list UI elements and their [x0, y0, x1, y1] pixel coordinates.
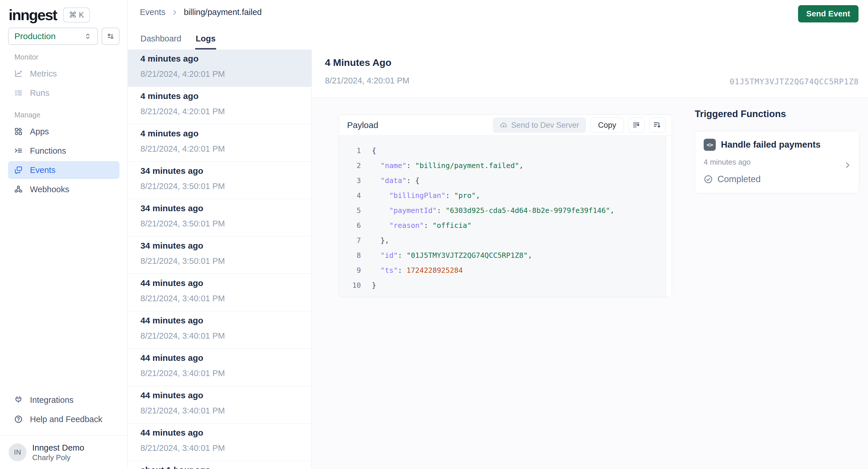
- line-number: 10: [348, 278, 361, 293]
- sidebar-nav: Monitor Metrics Runs Manage: [0, 45, 127, 200]
- events-windows-icon: [14, 165, 23, 175]
- user-info: Inngest Demo Charly Poly: [32, 442, 84, 462]
- code-text: "ts": 1724228925284: [372, 263, 463, 278]
- code-line: 7 },: [348, 233, 660, 248]
- event-list-item[interactable]: 4 minutes ago8/21/2024, 4:20:01 PM: [128, 50, 311, 87]
- code-line: 2 "name": "billing/payment.failed",: [348, 158, 660, 173]
- event-list: 4 minutes ago8/21/2024, 4:20:01 PM4 minu…: [128, 50, 312, 469]
- breadcrumb: Events billing/payment.failed: [140, 7, 262, 17]
- code-text: },: [372, 233, 389, 248]
- event-list-item[interactable]: 34 minutes ago8/21/2024, 3:50:01 PM: [128, 199, 311, 237]
- detail-header: 4 Minutes Ago 8/21/2024, 4:20:01 PM 01J5…: [312, 50, 868, 98]
- triggered-function-card[interactable]: <> Handle failed payments 4 minutes ago: [695, 131, 859, 193]
- main-area: Events billing/payment.failed Dashboard …: [128, 0, 868, 469]
- event-list-item[interactable]: 44 minutes ago8/21/2024, 3:40:01 PM: [128, 424, 311, 461]
- event-relative-time: 44 minutes ago: [141, 428, 311, 438]
- event-relative-time: 4 minutes ago: [141, 54, 311, 64]
- sidebar-item-help[interactable]: Help and Feedback: [8, 410, 119, 428]
- word-wrap-button[interactable]: [628, 118, 645, 133]
- line-number: 1: [348, 143, 361, 158]
- sidebar-item-webhooks[interactable]: Webhooks: [8, 180, 119, 198]
- event-timestamp: 8/21/2024, 4:20:01 PM: [141, 106, 311, 116]
- event-list-item[interactable]: about 1 hour ago: [128, 461, 311, 469]
- function-name-row: <> Handle failed payments: [704, 139, 851, 151]
- code-text: "data": {: [372, 173, 420, 188]
- event-list-item[interactable]: 34 minutes ago8/21/2024, 3:50:01 PM: [128, 162, 311, 199]
- webhooks-nodes-icon: [14, 185, 23, 194]
- copy-button[interactable]: Copy: [590, 118, 624, 133]
- code-line: 3 "data": {: [348, 173, 660, 188]
- code-text: "id": "01J5TMY3VJTZ2QG74QCC5RP1Z8",: [372, 248, 532, 263]
- line-chart-icon: [14, 69, 23, 78]
- sidebar-header: inngest ⌘ K: [0, 0, 127, 24]
- topbar: Events billing/payment.failed Dashboard …: [128, 0, 868, 50]
- event-list-item[interactable]: 4 minutes ago8/21/2024, 4:20:01 PM: [128, 124, 311, 162]
- environment-settings-button[interactable]: [102, 28, 119, 45]
- sidebar-item-runs[interactable]: Runs: [8, 84, 119, 102]
- environment-label: Production: [14, 31, 84, 41]
- function-name: Handle failed payments: [721, 139, 820, 150]
- cloud-download-icon: [500, 121, 508, 129]
- sidebar-item-label: Help and Feedback: [30, 415, 102, 424]
- function-status-label: Completed: [717, 174, 761, 184]
- tab-dashboard[interactable]: Dashboard: [140, 34, 182, 50]
- code-scrollbar-gutter[interactable]: [666, 136, 672, 297]
- send-event-button[interactable]: Send Event: [798, 5, 859, 23]
- event-timestamp: 8/21/2024, 4:20:01 PM: [141, 69, 311, 79]
- event-list-item[interactable]: 44 minutes ago8/21/2024, 3:40:01 PM: [128, 311, 311, 349]
- function-time: 4 minutes ago: [704, 158, 851, 166]
- code-line: 8 "id": "01J5TMY3VJTZ2QG74QCC5RP1Z8",: [348, 248, 660, 263]
- event-list-item[interactable]: 44 minutes ago8/21/2024, 3:40:01 PM: [128, 274, 311, 311]
- event-timestamp: 8/21/2024, 3:40:01 PM: [141, 443, 311, 453]
- line-number: 7: [348, 233, 361, 248]
- sidebar-item-label: Webhooks: [30, 185, 69, 194]
- event-relative-time: 34 minutes ago: [141, 241, 311, 251]
- avatar: IN: [9, 443, 27, 461]
- line-number: 9: [348, 263, 361, 278]
- word-wrap-icon: [632, 121, 641, 129]
- user-menu[interactable]: IN Inngest Demo Charly Poly: [0, 436, 127, 469]
- sidebar-item-label: Events: [30, 165, 56, 175]
- inngest-logo[interactable]: inngest: [9, 6, 57, 24]
- detail-body: Payload Send to Dev Server Copy: [312, 98, 868, 469]
- event-id: 01J5TMY3VJTZ2QG74QCC5RP1Z8: [730, 77, 859, 86]
- line-number: 3: [348, 173, 361, 188]
- code-icon: <>: [704, 139, 716, 151]
- expand-lines-button[interactable]: [649, 118, 665, 133]
- code-line: 1{: [348, 143, 660, 158]
- sidebar-item-label: Integrations: [30, 395, 74, 405]
- event-relative-time: 44 minutes ago: [141, 278, 311, 288]
- sidebar-item-label: Apps: [30, 127, 49, 136]
- sidebar-item-apps[interactable]: Apps: [8, 123, 119, 140]
- event-detail: 4 Minutes Ago 8/21/2024, 4:20:01 PM 01J5…: [312, 50, 868, 469]
- event-relative-time: 44 minutes ago: [141, 390, 311, 401]
- event-list-item[interactable]: 44 minutes ago8/21/2024, 3:40:01 PM: [128, 386, 311, 424]
- code-text: "name": "billing/payment.failed",: [372, 158, 524, 173]
- code-line: 5 "paymentId": "6303d925-cda5-4d64-8b2e-…: [348, 203, 660, 218]
- line-number: 8: [348, 248, 361, 263]
- user-name: Charly Poly: [32, 453, 84, 462]
- chevron-up-down-icon: [84, 33, 92, 40]
- runs-list-icon: [14, 88, 23, 98]
- event-list-item[interactable]: 4 minutes ago8/21/2024, 4:20:01 PM: [128, 87, 311, 124]
- user-org: Inngest Demo: [32, 442, 84, 453]
- event-list-item[interactable]: 44 minutes ago8/21/2024, 3:40:01 PM: [128, 349, 311, 386]
- triggered-functions-heading: Triggered Functions: [695, 108, 859, 120]
- detail-title: 4 Minutes Ago: [325, 57, 392, 68]
- sidebar-item-label: Runs: [30, 88, 50, 98]
- sidebar-item-functions[interactable]: Functions: [8, 142, 119, 160]
- breadcrumb-events-link[interactable]: Events: [140, 7, 165, 17]
- event-timestamp: 8/21/2024, 3:40:01 PM: [141, 293, 311, 303]
- event-list-item[interactable]: 34 minutes ago8/21/2024, 3:50:01 PM: [128, 237, 311, 274]
- sidebar-item-metrics[interactable]: Metrics: [8, 65, 119, 83]
- environment-select[interactable]: Production: [8, 28, 98, 45]
- send-to-dev-server-button[interactable]: Send to Dev Server: [493, 118, 586, 133]
- tab-logs[interactable]: Logs: [195, 34, 216, 50]
- sidebar-item-integrations[interactable]: Integrations: [8, 391, 119, 409]
- sidebar-item-events[interactable]: Events: [8, 161, 119, 179]
- command-palette-shortcut[interactable]: ⌘ K: [63, 7, 90, 23]
- environment-row: Production: [0, 28, 127, 45]
- payload-title: Payload: [347, 120, 488, 130]
- event-timestamp: 8/21/2024, 4:20:01 PM: [141, 144, 311, 154]
- code-text: }: [372, 278, 376, 293]
